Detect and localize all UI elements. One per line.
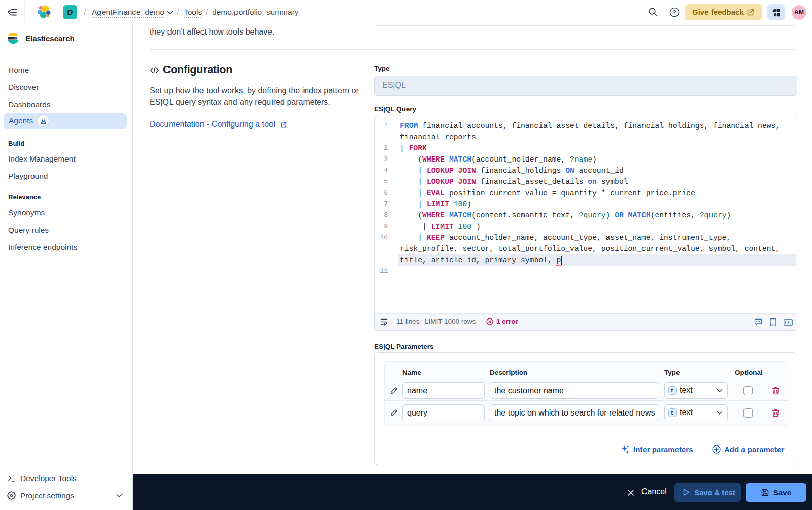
svg-text:?: ? — [673, 9, 676, 15]
